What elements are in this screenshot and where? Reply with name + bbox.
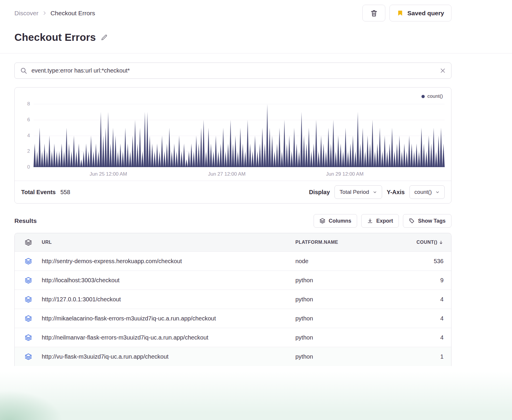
title-row: Checkout Errors xyxy=(14,31,451,43)
url-cell[interactable]: http://neilmanvar-flask-errors-m3uuizd7i… xyxy=(42,334,292,341)
header-platform[interactable]: PLATFORM.NAME xyxy=(292,240,392,245)
search-icon xyxy=(20,67,27,74)
platform-cell: python xyxy=(292,334,392,341)
y-tick: 6 xyxy=(27,117,30,123)
columns-button-label: Columns xyxy=(329,218,351,224)
layers-icon[interactable] xyxy=(15,258,42,265)
x-tick: Jun 29 12:00 AM xyxy=(326,171,364,177)
y-tick: 4 xyxy=(27,133,30,139)
platform-cell: python xyxy=(292,296,392,303)
url-cell[interactable]: http://localhost:3003/checkout xyxy=(42,277,292,284)
search-bar[interactable]: event.type:error has:url url:*checkout* xyxy=(14,63,451,79)
url-cell[interactable]: http://sentry-demos-express.herokuapp.co… xyxy=(42,258,292,265)
layers-icon[interactable] xyxy=(15,334,42,341)
layers-icon[interactable] xyxy=(15,277,42,284)
platform-cell: node xyxy=(292,258,392,265)
top-bar: Discover Checkout Errors Saved query xyxy=(14,0,451,21)
chart-plot-area[interactable] xyxy=(34,104,445,167)
columns-icon xyxy=(319,218,325,224)
chart-body: 8 6 4 2 0 xyxy=(21,104,445,167)
platform-cell: python xyxy=(292,353,392,360)
chart-y-axis: 8 6 4 2 0 xyxy=(21,104,34,167)
y-tick: 2 xyxy=(27,148,30,154)
columns-header-icon[interactable] xyxy=(15,239,42,246)
show-tags-button-label: Show Tags xyxy=(418,218,446,224)
url-cell[interactable]: http://mikaelacarino-flask-errors-m3uuiz… xyxy=(42,315,292,322)
legend-label: count() xyxy=(427,93,443,99)
table-row[interactable]: http://neilmanvar-flask-errors-m3uuizd7i… xyxy=(15,328,451,347)
delete-query-button[interactable] xyxy=(362,5,385,21)
show-tags-button[interactable]: Show Tags xyxy=(403,214,451,228)
chevron-down-icon xyxy=(373,190,377,194)
count-cell: 536 xyxy=(392,258,451,265)
url-cell[interactable]: http://127.0.0.1:3001/checkout xyxy=(42,296,292,303)
sort-desc-icon xyxy=(439,240,444,245)
chevron-down-icon xyxy=(435,190,440,194)
clear-search-icon[interactable] xyxy=(440,68,446,74)
table-row[interactable]: http://mikaelacarino-flask-errors-m3uuiz… xyxy=(15,309,451,328)
chart-x-axis: Jun 25 12:00 AM Jun 27 12:00 AM Jun 29 1… xyxy=(34,167,445,181)
edit-title-icon[interactable] xyxy=(101,34,108,41)
table-row[interactable]: http://127.0.0.1:3001/checkout python 4 xyxy=(15,290,451,309)
header-count[interactable]: COUNT() xyxy=(392,240,451,245)
x-tick: Jun 27 12:00 AM xyxy=(208,171,246,177)
count-cell: 9 xyxy=(392,277,451,284)
platform-cell: python xyxy=(292,315,392,322)
table-row[interactable]: http://vu-flask-m3uuizd7iq-uc.a.run.app/… xyxy=(15,347,451,366)
platform-cell: python xyxy=(292,277,392,284)
search-input[interactable]: event.type:error has:url url:*checkout* xyxy=(31,67,436,74)
url-cell[interactable]: http://vu-flask-m3uuizd7iq-uc.a.run.app/… xyxy=(42,353,292,360)
results-table: URL PLATFORM.NAME COUNT() http://sentry-… xyxy=(14,233,451,366)
count-cell: 4 xyxy=(392,296,451,303)
chart-legend[interactable]: count() xyxy=(421,93,443,99)
display-label: Display xyxy=(309,189,330,196)
page-background-gradient xyxy=(0,372,512,420)
table-row[interactable]: http://localhost:3003/checkout python 9 xyxy=(15,271,451,290)
results-bar: Results Columns Export Show Tags xyxy=(14,214,451,228)
layers-icon[interactable] xyxy=(15,296,42,303)
chart-footer: Total Events 558 Display Total Period Y-… xyxy=(15,181,451,203)
tag-icon xyxy=(409,218,415,224)
area-chart xyxy=(34,104,445,167)
total-events-label: Total Events xyxy=(21,189,56,196)
results-heading: Results xyxy=(14,217,37,224)
total-events: Total Events 558 xyxy=(21,189,70,196)
table-row[interactable]: http://sentry-demos-express.herokuapp.co… xyxy=(15,251,451,271)
layers-icon[interactable] xyxy=(15,353,42,360)
y-axis-dropdown[interactable]: count() xyxy=(409,185,445,199)
y-tick: 0 xyxy=(27,164,30,170)
layers-icon[interactable] xyxy=(15,315,42,322)
count-cell: 4 xyxy=(392,315,451,322)
chart-panel: count() 8 6 4 2 0 xyxy=(14,87,451,204)
count-cell: 1 xyxy=(392,353,451,360)
header-count-label: COUNT() xyxy=(416,240,437,245)
display-dropdown-value: Total Period xyxy=(339,189,369,195)
export-button-label: Export xyxy=(376,218,393,224)
total-events-value: 558 xyxy=(60,189,70,196)
breadcrumb-chevron-icon xyxy=(42,11,47,16)
columns-button[interactable]: Columns xyxy=(314,214,357,228)
y-axis-label: Y-Axis xyxy=(387,189,405,196)
topbar-actions: Saved query xyxy=(362,5,451,21)
breadcrumb-discover[interactable]: Discover xyxy=(14,10,39,17)
download-icon xyxy=(367,218,373,224)
y-tick: 8 xyxy=(27,101,30,107)
header-divider xyxy=(0,53,512,53)
page-title: Checkout Errors xyxy=(14,31,96,43)
trash-icon xyxy=(370,9,378,17)
count-cell: 4 xyxy=(392,334,451,341)
saved-query-label: Saved query xyxy=(407,10,444,17)
bookmark-icon xyxy=(397,10,404,16)
header-url[interactable]: URL xyxy=(42,240,292,245)
export-button[interactable]: Export xyxy=(361,214,399,228)
saved-query-button[interactable]: Saved query xyxy=(389,5,451,21)
table-header-row: URL PLATFORM.NAME COUNT() xyxy=(15,233,451,251)
legend-dot xyxy=(421,95,425,98)
display-dropdown[interactable]: Total Period xyxy=(334,185,382,199)
breadcrumb-current: Checkout Errors xyxy=(51,10,95,17)
y-axis-dropdown-value: count() xyxy=(414,189,432,195)
x-tick: Jun 25 12:00 AM xyxy=(90,171,127,177)
breadcrumb: Discover Checkout Errors xyxy=(14,10,95,17)
